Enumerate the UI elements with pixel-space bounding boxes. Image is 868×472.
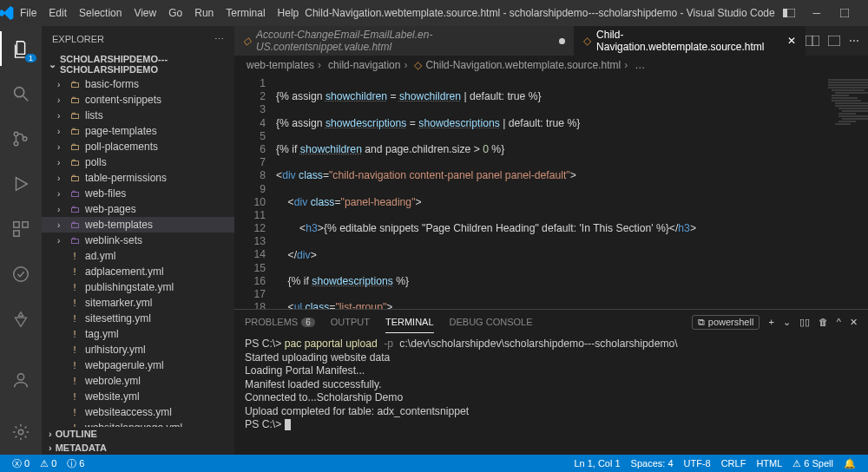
folder-web-files[interactable]: ›🗀web-files [42,186,234,201]
split-terminal-icon[interactable]: ▯▯ [799,317,810,328]
menu-selection[interactable]: Selection [73,7,128,19]
portal-icon[interactable] [0,302,42,337]
activity-bar: 1 [0,26,42,455]
status-notifications-icon[interactable]: 🔔 [838,458,861,469]
svg-point-3 [15,88,24,97]
maximize-panel-icon[interactable]: ^ [837,317,841,327]
folder-poll-placements[interactable]: ›🗀poll-placements [42,139,234,154]
menu-go[interactable]: Go [162,7,188,19]
status-info[interactable]: ⓘ 6 [62,457,89,470]
close-icon[interactable]: ✕ [858,0,868,26]
terminal-cursor [285,419,291,430]
close-panel-icon[interactable]: ✕ [850,317,858,328]
status-encoding[interactable]: UTF-8 [679,458,716,469]
status-spell[interactable]: ⚠ 6 Spell [787,458,838,469]
folder-page-templates[interactable]: ›🗀page-templates [42,123,234,139]
tab-active[interactable]: ◇Child-Navigation.webtemplate.source.htm… [575,26,806,56]
file-tree: ›🗀basic-forms ›🗀content-snippets ›🗀lists… [42,76,234,427]
explorer-badge: 1 [25,54,36,62]
menu-view[interactable]: View [128,7,162,19]
file-websiteaccess[interactable]: !websiteaccess.yml [42,404,234,420]
svg-rect-2 [840,9,849,17]
more-icon[interactable]: ⋯ [214,34,224,45]
folder-table-permissions[interactable]: ›🗀table-permissions [42,170,234,186]
new-terminal-icon[interactable]: + [768,317,773,327]
file-webrole[interactable]: !webrole.yml [42,373,234,389]
file-websitelanguage[interactable]: !websitelanguage.yml [42,420,234,427]
menu-run[interactable]: Run [188,7,220,19]
file-sitemarker[interactable]: !sitemarker.yml [42,295,234,311]
panel-tab-output[interactable]: OUTPUT [331,311,370,332]
close-tab-icon[interactable]: ✕ [787,35,796,47]
breadcrumb[interactable]: web-templates child-navigation ◇ Child-N… [234,56,868,75]
editor-tabs: ◇Account-ChangeEmail-EmailLabel.en-US.co… [234,26,868,56]
kill-terminal-icon[interactable]: 🗑 [819,317,828,327]
file-adplacement[interactable]: !adplacement.yml [42,264,234,279]
svg-rect-10 [14,231,19,236]
file-publishingstate[interactable]: !publishingstate.yml [42,279,234,295]
minimap[interactable] [819,75,868,309]
code-editor[interactable]: 123456789101112131415161718 {% assign sh… [234,75,868,309]
menu-help[interactable]: Help [272,7,306,19]
status-lncol[interactable]: Ln 1, Col 1 [569,458,625,469]
menu-file[interactable]: File [14,7,43,19]
svg-point-6 [14,141,18,146]
account-icon[interactable] [0,363,42,397]
panel-tab-terminal[interactable]: TERMINAL [385,311,434,333]
folder-content-snippets[interactable]: ›🗀content-snippets [42,92,234,108]
status-language[interactable]: HTML [751,458,787,469]
folder-web-templates[interactable]: ›🗀web-templates [42,217,234,233]
folder-weblink-sets[interactable]: ›🗀weblink-sets [42,233,234,248]
status-errors[interactable]: ⓧ 0 [7,457,35,470]
file-website[interactable]: !website.yml [42,389,234,404]
settings-icon[interactable] [0,415,42,449]
extensions-icon[interactable] [0,212,42,246]
svg-point-5 [14,132,18,136]
tab-inactive[interactable]: ◇Account-ChangeEmail-EmailLabel.en-US.co… [234,26,575,56]
menu-edit[interactable]: Edit [43,7,73,19]
window-title: Child-Navigation.webtemplate.source.html… [305,7,774,19]
svg-point-12 [17,374,23,380]
svg-rect-8 [14,222,19,227]
svg-rect-1 [783,9,787,17]
svg-rect-16 [828,36,840,46]
terminal-output[interactable]: PS C:\> pac paportal upload -p c:\dev\sc… [234,334,868,455]
panel-tab-debug[interactable]: DEBUG CONSOLE [450,311,533,332]
folder-lists[interactable]: ›🗀lists [42,108,234,123]
folder-basic-forms[interactable]: ›🗀basic-forms [42,76,234,92]
chevron-down-icon[interactable]: ⌄ [783,317,791,328]
search-icon[interactable] [0,76,42,111]
layout-icon[interactable] [775,0,803,26]
minimize-icon[interactable]: ─ [803,0,831,26]
file-ad[interactable]: !ad.yml [42,248,234,264]
run-debug-icon[interactable] [0,167,42,201]
source-control-icon[interactable] [0,121,42,156]
file-sitesetting[interactable]: !sitesetting.yml [42,311,234,326]
preview-icon[interactable] [806,36,819,46]
file-urlhistory[interactable]: !urlhistory.yml [42,342,234,357]
file-tag[interactable]: !tag.yml [42,326,234,342]
line-gutter: 123456789101112131415161718 [234,75,276,309]
code-content[interactable]: {% assign showchildren = showchildren | … [276,75,819,309]
folder-polls[interactable]: ›🗀polls [42,154,234,170]
metadata-header[interactable]: ›METADATA [42,441,234,455]
folder-web-pages[interactable]: ›🗀web-pages [42,201,234,217]
explorer-icon[interactable]: 1 [0,31,42,66]
outline-header[interactable]: ›OUTLINE [42,427,234,441]
svg-point-13 [18,429,23,435]
more-editor-icon[interactable]: ⋯ [849,35,859,47]
panel-tab-problems[interactable]: PROBLEMS6 [245,311,315,332]
sidebar-explorer: EXPLORER ⋯ ⌄SCHOLARSHIPDEMO---SCHOLARSHI… [42,26,234,455]
split-icon[interactable] [828,36,840,46]
maximize-icon[interactable] [831,0,858,26]
terminal-shell-selector[interactable]: ⧉powershell [692,315,760,330]
status-eol[interactable]: CRLF [716,458,752,469]
svg-line-4 [23,96,29,102]
status-warnings[interactable]: ⚠ 0 [35,458,62,469]
check-icon[interactable] [0,257,42,292]
menu-terminal[interactable]: Terminal [220,7,271,19]
file-webpagerule[interactable]: !webpagerule.yml [42,357,234,373]
svg-point-11 [14,267,29,282]
status-spaces[interactable]: Spaces: 4 [626,458,679,469]
project-header[interactable]: ⌄SCHOLARSHIPDEMO---SCHOLARSHIPDEMO [42,52,234,76]
